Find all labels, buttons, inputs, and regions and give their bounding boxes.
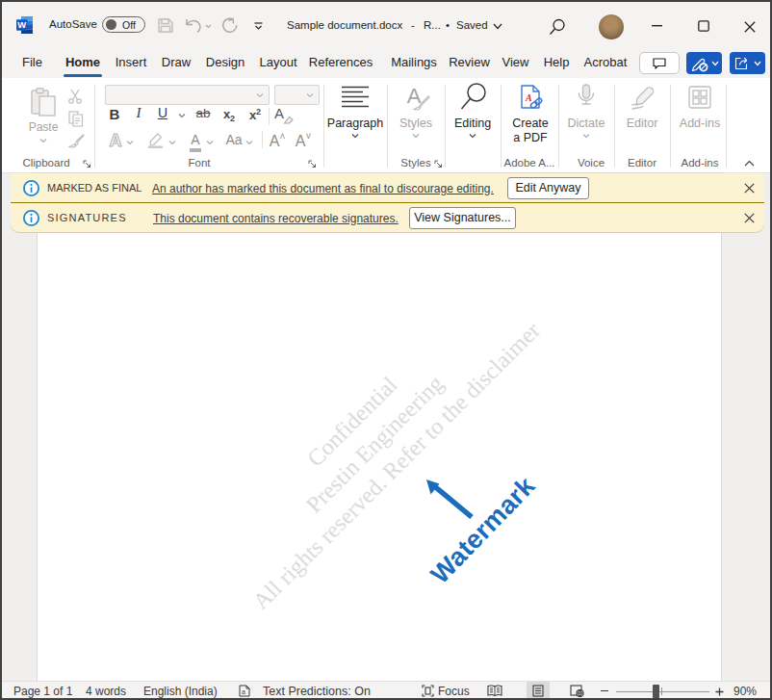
svg-text:A: A — [525, 92, 532, 103]
svg-text:W: W — [17, 19, 26, 30]
svg-text:a: a — [242, 688, 245, 695]
